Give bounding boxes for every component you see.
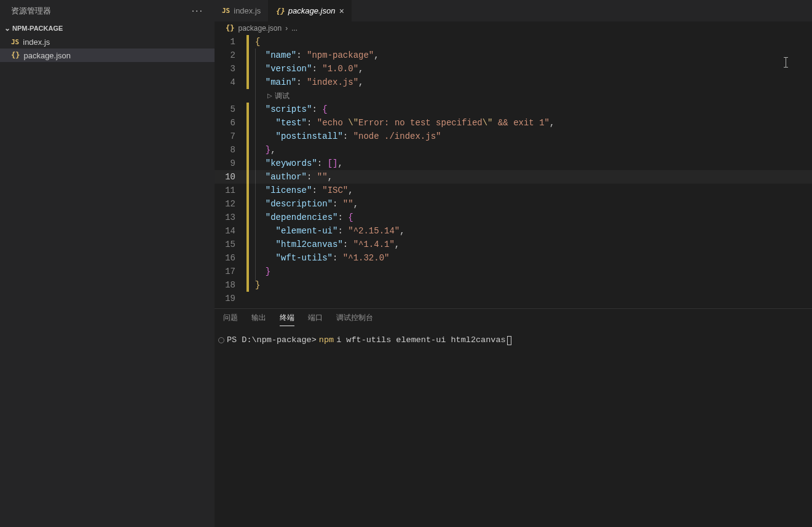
code-line[interactable]: "element-ui": "^2.15.14", bbox=[249, 224, 812, 238]
code-area[interactable]: { "name": "npm-package", "version": "1.0… bbox=[249, 35, 812, 308]
terminal-command-args: i wft-utils element-ui html2canvas bbox=[336, 334, 505, 346]
terminal[interactable]: PS D:\npm-package> npm i wft-utils eleme… bbox=[215, 329, 812, 527]
terminal-status-icon bbox=[218, 337, 224, 343]
js-icon: JS bbox=[222, 7, 230, 15]
code-line[interactable]: "author": "", bbox=[249, 170, 812, 184]
breadcrumb[interactable]: {} package.json › ... bbox=[215, 21, 812, 35]
line-number: 3 bbox=[215, 62, 235, 76]
code-line[interactable]: }, bbox=[249, 143, 812, 157]
explorer-sidebar: 资源管理器 ··· ⌄ NPM-PACKAGE JSindex.js{}pack… bbox=[0, 0, 215, 527]
codelens-debug[interactable]: ▷调试 bbox=[249, 89, 812, 103]
editor-tabs: JSindex.js{}package.json× bbox=[215, 0, 812, 21]
main-area: JSindex.js{}package.json× {} package.jso… bbox=[215, 0, 812, 527]
terminal-prompt: PS D:\npm-package> bbox=[227, 334, 317, 346]
json-icon: {} bbox=[11, 51, 20, 60]
line-number: 5 bbox=[215, 103, 235, 116]
line-number: 13 bbox=[215, 211, 235, 224]
bottom-panel: 问题输出终端端口调试控制台 PS D:\npm-package> npm i w… bbox=[215, 308, 812, 527]
code-line[interactable]: "html2canvas": "^1.4.1", bbox=[249, 238, 812, 251]
code-line[interactable]: } bbox=[249, 265, 812, 278]
code-line[interactable]: "version": "1.0.0", bbox=[249, 62, 812, 76]
code-line[interactable]: "name": "npm-package", bbox=[249, 49, 812, 62]
code-line[interactable]: "license": "ISC", bbox=[249, 184, 812, 197]
panel-tab[interactable]: 调试控制台 bbox=[336, 313, 373, 326]
line-gutter: 1234 5678910111213141516171819 bbox=[215, 35, 246, 308]
explorer-header: 资源管理器 ··· bbox=[0, 0, 215, 21]
js-icon: JS bbox=[11, 38, 19, 46]
line-number: 2 bbox=[215, 49, 235, 62]
code-line[interactable]: } bbox=[249, 278, 812, 292]
explorer-title: 资源管理器 bbox=[11, 6, 51, 17]
panel-tab[interactable]: 终端 bbox=[280, 313, 294, 326]
chevron-right-icon: › bbox=[285, 24, 288, 33]
editor-tab[interactable]: {}package.json× bbox=[268, 0, 351, 21]
panel-tab[interactable]: 问题 bbox=[223, 313, 238, 326]
line-number: 18 bbox=[215, 278, 235, 292]
line-number: 17 bbox=[215, 265, 235, 278]
panel-tab[interactable]: 输出 bbox=[251, 313, 266, 326]
code-line[interactable]: "keywords": [], bbox=[249, 157, 812, 170]
code-line[interactable]: "dependencies": { bbox=[249, 211, 812, 224]
editor-tab-label: index.js bbox=[234, 6, 261, 15]
code-line[interactable]: "wft-utils": "^1.32.0" bbox=[249, 251, 812, 265]
chevron-down-icon: ⌄ bbox=[2, 24, 12, 33]
code-line[interactable]: "postinstall": "node ./index.js" bbox=[249, 130, 812, 143]
file-tree-item-label: package.json bbox=[23, 51, 71, 60]
terminal-cursor bbox=[507, 336, 511, 345]
code-line[interactable]: "scripts": { bbox=[249, 103, 812, 116]
json-icon: {} bbox=[226, 24, 234, 33]
line-number: 1 bbox=[215, 35, 235, 49]
line-number: 11 bbox=[215, 184, 235, 197]
explorer-section-header[interactable]: ⌄ NPM-PACKAGE bbox=[0, 21, 215, 35]
code-line[interactable]: "main": "index.js", bbox=[249, 76, 812, 89]
line-number: 12 bbox=[215, 197, 235, 211]
play-icon: ▷ bbox=[267, 89, 272, 103]
codelens-label: 调试 bbox=[275, 89, 290, 103]
line-number: 16 bbox=[215, 251, 235, 265]
line-number: 15 bbox=[215, 238, 235, 251]
code-line[interactable]: { bbox=[249, 35, 812, 49]
editor-tab[interactable]: JSindex.js bbox=[215, 0, 268, 21]
panel-tabs: 问题输出终端端口调试控制台 bbox=[215, 309, 812, 329]
explorer-section-label: NPM-PACKAGE bbox=[12, 25, 63, 32]
line-number: 19 bbox=[215, 292, 235, 305]
code-editor[interactable]: 1234 5678910111213141516171819 { "name":… bbox=[215, 35, 812, 308]
code-line[interactable] bbox=[249, 292, 812, 305]
line-number: 8 bbox=[215, 143, 235, 157]
line-number: 7 bbox=[215, 130, 235, 143]
breadcrumb-file: package.json bbox=[238, 24, 282, 33]
explorer-more-icon[interactable]: ··· bbox=[192, 6, 203, 17]
file-tree-item[interactable]: JSindex.js bbox=[0, 35, 215, 49]
terminal-command-exe: npm bbox=[319, 334, 334, 346]
json-icon: {} bbox=[275, 7, 284, 15]
code-line[interactable]: "test": "echo \"Error: no test specified… bbox=[249, 116, 812, 130]
file-tree-item-label: index.js bbox=[23, 37, 50, 47]
breadcrumb-rest: ... bbox=[291, 24, 298, 33]
terminal-line: PS D:\npm-package> npm i wft-utils eleme… bbox=[218, 334, 808, 346]
editor-tab-label: package.json bbox=[288, 6, 336, 15]
line-number: 14 bbox=[215, 224, 235, 238]
line-number: 4 bbox=[215, 76, 235, 89]
close-icon[interactable]: × bbox=[339, 7, 344, 15]
line-number: 10 bbox=[215, 170, 235, 184]
file-tree: JSindex.js{}package.json bbox=[0, 35, 215, 62]
line-number: 9 bbox=[215, 157, 235, 170]
file-tree-item[interactable]: {}package.json bbox=[0, 49, 215, 62]
line-number: 6 bbox=[215, 116, 235, 130]
panel-tab[interactable]: 端口 bbox=[308, 313, 323, 326]
code-line[interactable]: "description": "", bbox=[249, 197, 812, 211]
